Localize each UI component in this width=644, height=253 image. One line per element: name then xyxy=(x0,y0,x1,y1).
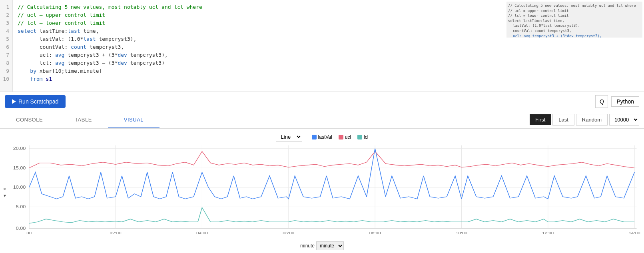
chart-controls: Line Bar Area lastVal ucl lcl xyxy=(0,132,644,142)
first-button[interactable]: First xyxy=(530,114,551,125)
toolbar-right: Q Python xyxy=(595,95,639,108)
line-numbers: 12345 678910 xyxy=(0,0,13,92)
y-axis-dropdown-icon[interactable]: ▼ xyxy=(4,193,6,198)
svg-text:14:00: 14:00 xyxy=(629,231,640,235)
legend-ucl: ucl xyxy=(339,134,351,140)
svg-text:15.00: 15.00 xyxy=(13,165,26,170)
svg-text:02:00: 02:00 xyxy=(110,231,122,235)
random-button[interactable]: Random xyxy=(576,114,608,126)
svg-text:0.00: 0.00 xyxy=(16,226,26,231)
run-scratchpad-button[interactable]: Run Scratchpad xyxy=(5,95,66,108)
svg-text:04:00: 04:00 xyxy=(196,231,208,235)
code-editor[interactable]: 12345 678910 // Calculating 5 new values… xyxy=(0,0,644,92)
q-button[interactable]: Q xyxy=(595,95,608,108)
count-select[interactable]: 10000 1000 100 xyxy=(609,114,639,126)
mini-preview: // Calculating 5 new values, most notabl… xyxy=(506,2,642,38)
x-axis-unit: minute minute hour second xyxy=(0,241,644,250)
svg-text:10:00: 10:00 xyxy=(456,231,467,235)
tab-visual[interactable]: VISUAL xyxy=(108,112,160,127)
svg-text:10.00: 10.00 xyxy=(13,185,26,189)
legend-dot-lcl xyxy=(357,135,362,139)
chart-legend: lastVal ucl lcl xyxy=(312,134,369,140)
run-label: Run Scratchpad xyxy=(18,98,58,105)
legend-dot-ucl xyxy=(339,135,343,139)
svg-text:5.00: 5.00 xyxy=(16,204,26,209)
legend-lastval: lastVal xyxy=(312,134,332,140)
ucl-line xyxy=(29,151,634,168)
chart-svg: 20.00 15.00 10.00 5.00 0.00 00 02:00 xyxy=(8,143,641,241)
chart-type-select[interactable]: Line Bar Area xyxy=(276,132,302,142)
last-button[interactable]: Last xyxy=(552,114,574,126)
svg-text:20.00: 20.00 xyxy=(13,146,26,151)
tabs-controls: First Last Random 10000 1000 100 xyxy=(530,114,644,126)
tabs-bar: CONSOLE TABLE VISUAL First Last Random 1… xyxy=(0,111,644,129)
toolbar: Run Scratchpad Q Python xyxy=(0,92,644,111)
x-unit-select[interactable]: minute hour second xyxy=(316,241,344,250)
visual-panel: Line Bar Area lastVal ucl lcl * ▼ xyxy=(0,129,644,253)
lcl-line xyxy=(29,207,634,223)
svg-text:00: 00 xyxy=(26,231,32,235)
tab-console[interactable]: CONSOLE xyxy=(0,112,59,127)
tab-table[interactable]: TABLE xyxy=(59,112,108,127)
python-button[interactable]: Python xyxy=(611,96,639,107)
lastval-line xyxy=(29,149,634,199)
x-unit-label: minute xyxy=(300,243,315,249)
svg-text:12:00: 12:00 xyxy=(542,231,554,235)
y-axis-star: * xyxy=(3,187,6,193)
legend-label-lcl: lcl xyxy=(364,134,368,140)
svg-text:08:00: 08:00 xyxy=(369,231,381,235)
legend-label-lastval: lastVal xyxy=(318,134,332,140)
legend-dot-lastval xyxy=(312,135,317,139)
legend-lcl: lcl xyxy=(357,134,368,140)
play-icon xyxy=(12,99,16,104)
legend-label-ucl: ucl xyxy=(345,134,351,140)
svg-text:06:00: 06:00 xyxy=(283,231,294,235)
